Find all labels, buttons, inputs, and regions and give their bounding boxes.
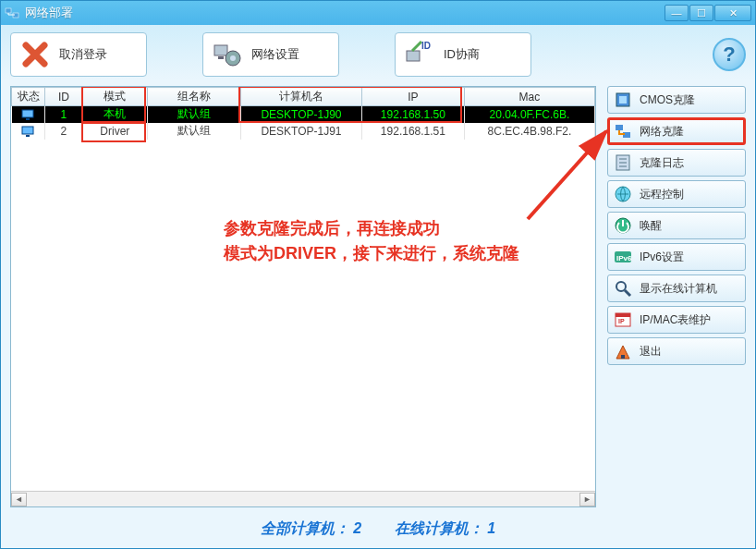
svg-rect-6 <box>407 51 420 61</box>
sbtn-label: 网络克隆 <box>640 124 684 140</box>
horizontal-scrollbar[interactable]: ◄ ► <box>11 491 595 506</box>
cmos-clone-button[interactable]: CMOS克隆 <box>607 86 746 114</box>
table-row[interactable]: 1 本机 默认组 DESKTOP-1J90 192.168.1.50 20.04… <box>12 106 595 123</box>
svg-rect-0 <box>6 8 11 13</box>
search-icon <box>614 279 632 298</box>
app-icon <box>5 6 19 20</box>
maximize-button[interactable]: ☐ <box>689 5 713 21</box>
scroll-right-button[interactable]: ► <box>579 493 595 506</box>
svg-text:IP: IP <box>618 318 625 324</box>
cell-mac: 20.04.0F.FC.6B. <box>464 106 594 123</box>
total-label: 全部计算机： <box>261 520 349 536</box>
sbtn-label: IP/MAC表维护 <box>640 312 711 328</box>
cancel-login-label: 取消登录 <box>59 46 107 63</box>
cancel-login-button[interactable]: 取消登录 <box>10 32 147 77</box>
online-label: 在线计算机： <box>395 520 483 536</box>
sbtn-label: 远程控制 <box>640 187 684 202</box>
annotation-line2: 模式为DRIVER，接下来进行，系统克隆 <box>224 241 519 266</box>
monitor-icon <box>21 125 34 138</box>
app-window: 网络部署 — ☐ ✕ 取消登录 网络设置 ID ID协商 ? <box>0 0 756 549</box>
scroll-left-button[interactable]: ◄ <box>11 493 27 506</box>
cell-mode: Driver <box>82 123 148 140</box>
svg-rect-3 <box>218 56 224 59</box>
col-computer[interactable]: 计算机名 <box>240 88 361 106</box>
computer-table: 状态 ID 模式 组名称 计算机名 IP Mac 1 <box>11 87 595 140</box>
network-clone-button[interactable]: 网络克隆 <box>607 117 746 145</box>
computer-grid[interactable]: 状态 ID 模式 组名称 计算机名 IP Mac 1 <box>10 86 596 507</box>
network-clone-icon <box>614 122 632 140</box>
svg-rect-13 <box>619 96 627 104</box>
side-panel: CMOS克隆 网络克隆 克隆日志 远程控制 唤醒 <box>607 86 746 507</box>
svg-rect-11 <box>26 135 30 137</box>
svg-text:ID: ID <box>421 41 431 51</box>
id-icon: ID <box>405 40 434 69</box>
total-value: 2 <box>353 520 361 536</box>
svg-rect-9 <box>26 118 30 120</box>
scroll-track[interactable] <box>27 492 579 506</box>
remote-icon <box>614 185 632 203</box>
annotation-line1: 参数克隆完成后，再连接成功 <box>224 216 519 241</box>
svg-line-25 <box>625 290 630 296</box>
online-value: 1 <box>487 520 495 536</box>
ipv6-settings-button[interactable]: IPv6 IPv6设置 <box>607 243 746 271</box>
col-status[interactable]: 状态 <box>12 88 45 106</box>
cell-id: 2 <box>45 123 82 140</box>
network-settings-button[interactable]: 网络设置 <box>202 32 339 77</box>
power-icon <box>614 216 632 235</box>
sbtn-label: IPv6设置 <box>640 250 684 265</box>
settings-icon <box>213 40 242 69</box>
table-icon: IP <box>614 311 632 329</box>
svg-text:IPv6: IPv6 <box>616 254 632 262</box>
svg-rect-27 <box>616 313 630 317</box>
help-button[interactable]: ? <box>713 38 746 71</box>
cell-mac: 8C.EC.4B.98.F2. <box>464 123 594 140</box>
col-id[interactable]: ID <box>45 88 82 106</box>
cell-group: 默认组 <box>148 106 241 123</box>
col-ip[interactable]: IP <box>361 88 464 106</box>
cell-computer: DESKTOP-1J91 <box>240 123 361 140</box>
cell-group: 默认组 <box>148 123 241 140</box>
exit-icon <box>614 342 632 360</box>
svg-rect-29 <box>621 355 625 359</box>
remote-control-button[interactable]: 远程控制 <box>607 180 746 208</box>
status-bar: 全部计算机： 2 在线计算机： 1 <box>1 512 755 546</box>
window-title: 网络部署 <box>25 5 73 21</box>
chip-icon <box>614 91 632 109</box>
wake-button[interactable]: 唤醒 <box>607 212 746 239</box>
exit-button[interactable]: 退出 <box>607 337 746 365</box>
sbtn-label: 显示在线计算机 <box>640 281 717 297</box>
sbtn-label: 唤醒 <box>640 218 662 234</box>
cell-mode: 本机 <box>82 106 148 123</box>
cell-id: 1 <box>45 106 82 123</box>
sbtn-label: CMOS克隆 <box>640 92 695 108</box>
cancel-icon <box>20 40 50 69</box>
close-button[interactable]: ✕ <box>714 5 751 21</box>
main-area: 状态 ID 模式 组名称 计算机名 IP Mac 1 <box>10 86 746 507</box>
minimize-button[interactable]: — <box>665 5 689 21</box>
sbtn-label: 退出 <box>640 344 662 360</box>
monitor-icon <box>21 108 34 121</box>
sbtn-label: 克隆日志 <box>640 155 684 171</box>
col-mode[interactable]: 模式 <box>82 88 148 106</box>
ipv6-icon: IPv6 <box>614 248 632 266</box>
svg-rect-14 <box>616 125 623 130</box>
id-negotiate-button[interactable]: ID ID协商 <box>395 32 531 77</box>
col-mac[interactable]: Mac <box>464 88 594 106</box>
clone-log-button[interactable]: 克隆日志 <box>607 149 746 177</box>
col-group[interactable]: 组名称 <box>148 88 241 106</box>
svg-point-24 <box>616 282 626 291</box>
log-icon <box>614 153 632 172</box>
show-online-button[interactable]: 显示在线计算机 <box>607 274 746 302</box>
svg-rect-10 <box>22 127 33 134</box>
cell-ip: 192.168.1.50 <box>361 106 464 123</box>
table-row[interactable]: 2 Driver 默认组 DESKTOP-1J91 192.168.1.51 8… <box>12 123 595 140</box>
svg-rect-2 <box>214 45 227 55</box>
id-negotiate-label: ID协商 <box>444 46 480 63</box>
svg-point-5 <box>230 55 236 61</box>
titlebar[interactable]: 网络部署 — ☐ ✕ <box>1 1 755 25</box>
ip-mac-table-button[interactable]: IP IP/MAC表维护 <box>607 306 746 334</box>
client-area: 取消登录 网络设置 ID ID协商 ? 状态 ID 模式 <box>1 25 755 549</box>
cell-computer: DESKTOP-1J90 <box>240 106 361 123</box>
svg-rect-8 <box>22 110 33 117</box>
toolbar: 取消登录 网络设置 ID ID协商 ? <box>10 32 746 77</box>
